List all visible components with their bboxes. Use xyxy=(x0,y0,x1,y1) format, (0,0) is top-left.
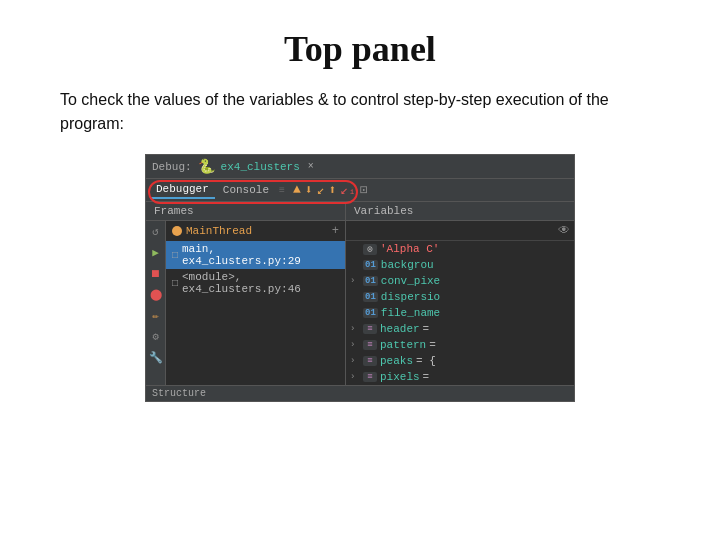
watch-icon[interactable]: 👁 xyxy=(558,223,570,238)
toolbar-icon-step-out[interactable]: ⬆ xyxy=(329,182,337,198)
var-chevron-6: › xyxy=(350,340,360,350)
var-type-5: ≡ xyxy=(363,324,377,334)
var-name-0: 'Alpha C' xyxy=(380,243,439,255)
var-row-peaks: › ≡ peaks = { xyxy=(346,353,574,369)
frame-row-module[interactable]: □ <module>, ex4_clusters.py:46 xyxy=(166,269,345,297)
var-row-header: › ≡ header = xyxy=(346,321,574,337)
var-type-1: 01 xyxy=(363,260,378,270)
sidebar-icon-refresh[interactable]: ↺ xyxy=(152,225,159,238)
variables-panel: 👁 ⊙ 'Alpha C' 01 backgrou › 01 conv_pixe… xyxy=(346,221,574,385)
var-name-5: header xyxy=(380,323,420,335)
tab-close-icon[interactable]: × xyxy=(308,161,314,172)
python-icon: 🐍 xyxy=(198,158,215,175)
thread-name: MainThread xyxy=(186,225,252,237)
frame-icon-0: □ xyxy=(172,250,178,261)
var-name-4: file_name xyxy=(381,307,440,319)
var-row-filename: 01 file_name xyxy=(346,305,574,321)
sidebar-icon-gear[interactable]: ⚙ xyxy=(152,330,159,343)
var-name-6: pattern xyxy=(380,339,426,351)
var-chevron-2: › xyxy=(350,276,360,286)
structure-label: Structure xyxy=(152,388,206,399)
var-type-3: 01 xyxy=(363,292,378,302)
frame-row-main[interactable]: □ main, ex4_clusters.py:29 xyxy=(166,241,345,269)
var-type-7: ≡ xyxy=(363,356,377,366)
var-eq-6: = xyxy=(429,339,436,351)
frames-panel: MainThread + □ main, ex4_clusters.py:29 … xyxy=(166,221,346,385)
toolbar-row: Debugger Console ≡ ▲ ⬇ ↙ ⬆ ↙ᵢ ⊡ xyxy=(146,179,574,202)
add-thread-icon[interactable]: + xyxy=(332,224,339,238)
frame-icon-1: □ xyxy=(172,278,178,289)
var-type-0: ⊙ xyxy=(363,244,377,255)
sidebar-icon-play[interactable]: ▶ xyxy=(152,246,159,259)
tab-console[interactable]: Console xyxy=(217,182,275,198)
sidebar-icon-edit[interactable]: ✏ xyxy=(152,309,159,322)
ide-screenshot: Debug: 🐍 ex4_clusters × Debugger Console… xyxy=(145,154,575,402)
frame-text-1: <module>, ex4_clusters.py:46 xyxy=(182,271,339,295)
var-name-7: peaks xyxy=(380,355,413,367)
left-sidebar: ↺ ▶ ⏹ ⬤ ✏ ⚙ 🔧 xyxy=(146,221,166,385)
sidebar-icon-record[interactable]: ⬤ xyxy=(150,288,162,301)
var-name-2: conv_pixe xyxy=(381,275,440,287)
toolbar-icon-resume[interactable]: ▲ xyxy=(293,182,301,198)
page-title: Top panel xyxy=(0,0,720,88)
var-chevron-5: › xyxy=(350,324,360,334)
var-chevron-8: › xyxy=(350,372,360,382)
column-headers: Frames Variables xyxy=(146,202,574,221)
var-row-pixels: › ≡ pixels = xyxy=(346,369,574,385)
sidebar-icon-wrench[interactable]: 🔧 xyxy=(149,351,163,364)
debug-label: Debug: xyxy=(152,161,192,173)
main-content: ↺ ▶ ⏹ ⬤ ✏ ⚙ 🔧 MainThread + □ main, ex4_c… xyxy=(146,221,574,385)
var-row-conv: › 01 conv_pixe xyxy=(346,273,574,289)
var-type-2: 01 xyxy=(363,276,378,286)
var-name-8: pixels xyxy=(380,371,420,383)
var-eq-8: = xyxy=(423,371,430,383)
toolbar-icon-grid[interactable]: ⊡ xyxy=(360,182,368,198)
toolbar-icon-step-into[interactable]: ↙ xyxy=(317,182,325,198)
var-chevron-7: › xyxy=(350,356,360,366)
var-name-1: backgrou xyxy=(381,259,434,271)
thread-dot xyxy=(172,226,182,236)
debug-bar: Debug: 🐍 ex4_clusters × xyxy=(146,155,574,179)
sidebar-icon-stop[interactable]: ⏹ xyxy=(150,267,161,280)
var-row-pattern: › ≡ pattern = xyxy=(346,337,574,353)
var-row-dispersion: 01 dispersio xyxy=(346,289,574,305)
tab-debugger[interactable]: Debugger xyxy=(150,181,215,199)
description-text: To check the values of the variables & t… xyxy=(0,88,720,136)
debug-tab-name[interactable]: ex4_clusters xyxy=(221,161,300,173)
var-type-6: ≡ xyxy=(363,340,377,350)
toolbar-icons: ▲ ⬇ ↙ ⬆ ↙ᵢ ⊡ xyxy=(293,182,368,198)
toolbar-icon-stop[interactable]: ↙ᵢ xyxy=(340,182,356,198)
var-eq-7: = { xyxy=(416,355,436,367)
var-type-8: ≡ xyxy=(363,372,377,382)
frames-header: Frames xyxy=(146,202,346,220)
var-row-background: 01 backgrou xyxy=(346,257,574,273)
var-type-4: 01 xyxy=(363,308,378,318)
var-eq-5: = xyxy=(423,323,430,335)
var-name-3: dispersio xyxy=(381,291,440,303)
toolbar-separator: ≡ xyxy=(279,185,285,196)
variables-header: Variables xyxy=(346,202,574,220)
var-row-alpha: ⊙ 'Alpha C' xyxy=(346,241,574,257)
toolbar-icon-step-over[interactable]: ⬇ xyxy=(305,182,313,198)
thread-row: MainThread + xyxy=(166,221,345,241)
frame-text-0: main, ex4_clusters.py:29 xyxy=(182,243,339,267)
